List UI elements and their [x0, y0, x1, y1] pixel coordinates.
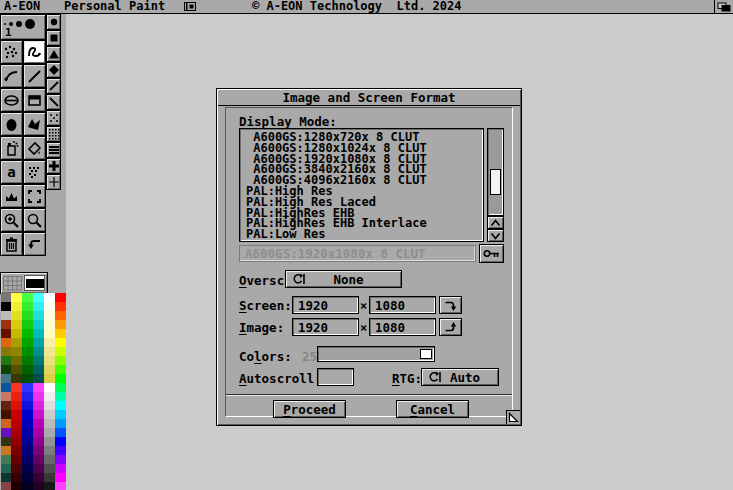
- palette-cell[interactable]: [44, 329, 55, 338]
- screen-depth-gadget[interactable]: [714, 0, 733, 13]
- palette-cell[interactable]: [22, 383, 33, 392]
- palette-cell[interactable]: [44, 428, 55, 437]
- palette-cell[interactable]: [1, 401, 11, 410]
- palette-cell[interactable]: [33, 473, 44, 482]
- palette-cell[interactable]: [55, 455, 66, 464]
- copy-screen-to-image-button[interactable]: [439, 296, 462, 314]
- autoscroll-checkbox[interactable]: [317, 368, 354, 386]
- palette-cell[interactable]: [44, 446, 55, 455]
- palette-cell[interactable]: [44, 392, 55, 401]
- palette-cell[interactable]: [44, 374, 55, 383]
- palette-cell[interactable]: [44, 320, 55, 329]
- current-color-swatch[interactable]: [26, 279, 44, 288]
- palette-cell[interactable]: [44, 455, 55, 464]
- palette-cell[interactable]: [44, 464, 55, 473]
- palette-cell[interactable]: [1, 302, 11, 311]
- palette-cell[interactable]: [11, 392, 22, 401]
- palette-cell[interactable]: [22, 320, 33, 329]
- palette-cell[interactable]: [1, 428, 11, 437]
- palette-cell[interactable]: [1, 338, 11, 347]
- palette-cell[interactable]: [11, 347, 22, 356]
- palette-cell[interactable]: [11, 302, 22, 311]
- palette-cell[interactable]: [44, 383, 55, 392]
- scroll-down-button[interactable]: [487, 229, 504, 242]
- image-height-field[interactable]: 1080: [369, 318, 436, 336]
- palette-cell[interactable]: [1, 293, 11, 302]
- palette-cell[interactable]: [44, 302, 55, 311]
- palette-cell[interactable]: [22, 473, 33, 482]
- palette-cell[interactable]: [11, 356, 22, 365]
- shape-backslash[interactable]: [46, 94, 61, 110]
- palette-cell[interactable]: [22, 455, 33, 464]
- palette-cell[interactable]: [22, 410, 33, 419]
- palette-cell[interactable]: [33, 482, 44, 490]
- tool-brush-sizes[interactable]: 1: [0, 14, 46, 40]
- shape-diamond[interactable]: [46, 62, 61, 78]
- palette-cell[interactable]: [11, 293, 22, 302]
- palette-cell[interactable]: [33, 383, 44, 392]
- palette-cell[interactable]: [33, 347, 44, 356]
- lock-mode-button[interactable]: [479, 244, 504, 263]
- palette-cell[interactable]: [11, 401, 22, 410]
- palette-cell[interactable]: [33, 329, 44, 338]
- palette-cell[interactable]: [22, 482, 33, 490]
- palette-cell[interactable]: [1, 455, 11, 464]
- tool-polygon[interactable]: [23, 112, 46, 136]
- paper-format-tile[interactable]: [0, 272, 48, 294]
- tool-trash[interactable]: [0, 232, 23, 256]
- scrollbar-thumb[interactable]: [490, 169, 501, 195]
- palette-cell[interactable]: [1, 383, 11, 392]
- palette-cell[interactable]: [55, 464, 66, 473]
- palette-cell[interactable]: [22, 464, 33, 473]
- palette-cell[interactable]: [1, 419, 11, 428]
- palette-cell[interactable]: [33, 464, 44, 473]
- palette-cell[interactable]: [55, 374, 66, 383]
- palette-cell[interactable]: [33, 392, 44, 401]
- shape-slash[interactable]: [46, 78, 61, 94]
- palette-cell[interactable]: [11, 437, 22, 446]
- menu-program-title[interactable]: Personal Paint: [64, 0, 165, 13]
- palette-cell[interactable]: [55, 482, 66, 490]
- palette-cell[interactable]: [44, 410, 55, 419]
- palette-cell[interactable]: [55, 446, 66, 455]
- tool-zoom-in[interactable]: [0, 208, 23, 232]
- palette-cell[interactable]: [44, 482, 55, 490]
- palette-cell[interactable]: [55, 437, 66, 446]
- palette-cell[interactable]: [55, 392, 66, 401]
- palette-cell[interactable]: [33, 437, 44, 446]
- palette-cell[interactable]: [33, 356, 44, 365]
- palette-cell[interactable]: [11, 383, 22, 392]
- palette-cell[interactable]: [44, 347, 55, 356]
- menu-app-name[interactable]: A-EON: [4, 0, 40, 13]
- scrollbar-track[interactable]: [487, 128, 504, 216]
- palette-cell[interactable]: [55, 329, 66, 338]
- palette-cell[interactable]: [44, 293, 55, 302]
- tool-ellipse[interactable]: [0, 88, 23, 112]
- palette-cell[interactable]: [11, 365, 22, 374]
- palette-cell[interactable]: [22, 356, 33, 365]
- palette-cell[interactable]: [44, 356, 55, 365]
- palette-cell[interactable]: [44, 419, 55, 428]
- shape-square[interactable]: [46, 30, 61, 46]
- palette-cell[interactable]: [11, 473, 22, 482]
- palette-cell[interactable]: [55, 473, 66, 482]
- palette-cell[interactable]: [55, 347, 66, 356]
- palette-cell[interactable]: [33, 365, 44, 374]
- palette-cell[interactable]: [1, 446, 11, 455]
- palette-cell[interactable]: [1, 464, 11, 473]
- palette-cell[interactable]: [22, 347, 33, 356]
- tool-freehand[interactable]: [23, 40, 46, 64]
- palette-cell[interactable]: [1, 320, 11, 329]
- palette-cell[interactable]: [55, 338, 66, 347]
- tool-dotted-freehand[interactable]: [0, 40, 23, 64]
- palette-cell[interactable]: [33, 446, 44, 455]
- palette-cell[interactable]: [33, 293, 44, 302]
- palette-cell[interactable]: [55, 356, 66, 365]
- shape-dots-sparse[interactable]: [46, 110, 61, 126]
- palette-cell[interactable]: [11, 446, 22, 455]
- palette-cell[interactable]: [1, 347, 11, 356]
- palette-cell[interactable]: [11, 338, 22, 347]
- palette-cell[interactable]: [1, 482, 11, 490]
- tool-line[interactable]: [23, 64, 46, 88]
- copy-image-to-screen-button[interactable]: [439, 318, 462, 336]
